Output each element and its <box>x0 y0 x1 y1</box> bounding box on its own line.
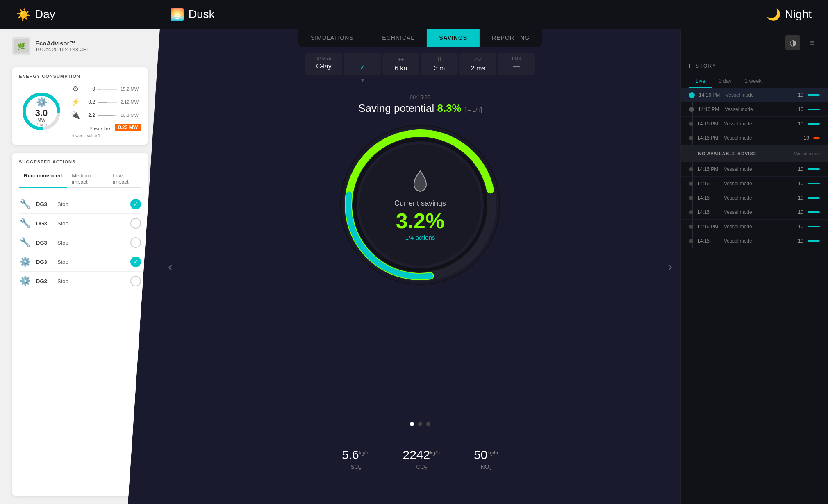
history-mode-8: Vessel mode <box>724 195 789 201</box>
action-name-3: DG3 <box>36 240 52 246</box>
night-mode[interactable]: 🌙 Night <box>767 8 812 21</box>
eco-logo: 🌿 <box>12 37 30 55</box>
nav-next[interactable]: › <box>668 259 672 274</box>
tab-reporting[interactable]: REPORTING <box>480 29 542 47</box>
day-mode[interactable]: ☀️ Day <box>16 8 55 21</box>
current-savings-label: Current savings <box>394 199 446 208</box>
history-item-1: 14:16 PM Vessel mode 10 <box>681 88 828 102</box>
svg-text:🌿: 🌿 <box>17 42 25 50</box>
history-tab-live[interactable]: Live <box>689 75 712 88</box>
nav-prev[interactable]: ‹ <box>168 259 173 274</box>
history-item-7: 14:16 Vessel mode 10 <box>681 177 828 191</box>
saving-timer: 00:15:25 <box>358 94 482 100</box>
dot-1[interactable] <box>410 422 414 426</box>
big-gauge: Current savings 3.2% 1/4 actions <box>334 119 506 291</box>
history-item-11: 14:16 Vessel mode 10 <box>681 234 828 248</box>
history-bar-2 <box>808 109 820 110</box>
action-toggle-4[interactable]: ✓ <box>130 257 141 267</box>
actions-title: SUGGESTED ACTIONS <box>19 159 141 164</box>
day-icon: ☀️ <box>16 8 31 21</box>
gauge-unit: MW <box>35 117 48 122</box>
actions-card: SUGGESTED ACTIONS Recommended Medium imp… <box>12 153 148 496</box>
status-check: ✓ ▾ <box>344 53 381 75</box>
action-toggle-2[interactable] <box>130 218 141 229</box>
history-mode-2: Vessel mode <box>725 107 789 112</box>
tab-simulations[interactable]: SIMULATIONS <box>298 29 366 47</box>
network-icon: 🔌 <box>71 111 80 120</box>
legend-val1: value 1 <box>87 134 100 138</box>
tab-technical[interactable]: TECHNICAL <box>366 29 427 47</box>
left-panel: 🌿 EcoAdvisor™ 10 Dec 20 15:41:48 CET ENE… <box>0 29 160 504</box>
chevron-down-icon: ▾ <box>361 77 364 84</box>
history-speed-7: 10 <box>793 181 803 186</box>
action-icon-1: 🔧 <box>19 199 31 209</box>
action-row-1: 🔧 DG3 Stop ✓ <box>19 195 141 214</box>
action-name-2: DG3 <box>36 220 52 227</box>
history-mode-9: Vessel mode <box>724 209 789 215</box>
history-mode-6: Vessel mode <box>724 166 789 172</box>
gauge-label: Power <box>35 122 48 127</box>
history-time-7: 14:16 <box>697 181 720 186</box>
history-mode-3: Vessel mode <box>724 121 789 127</box>
history-speed-9: 10 <box>793 209 803 215</box>
actions-text: 1/4 actions <box>394 234 446 241</box>
legend-val0: Power <box>71 134 82 138</box>
co2-label: CO2 <box>403 463 441 471</box>
power-loss-value: 0.23 MW <box>115 124 141 131</box>
history-list: 14:16 PM Vessel mode 10 14:16 PM Vessel … <box>681 88 828 504</box>
action-row-5: ⚙️ DG3 Stop <box>19 272 141 291</box>
nox-sup: kg/hr <box>487 450 498 456</box>
action-name-5: DG3 <box>36 278 52 284</box>
dp-mode-value: C-lay <box>312 63 336 70</box>
power-row-3: 🔌 2.2 10.8 MW <box>71 111 141 120</box>
gauge-value: 3.0 <box>35 108 48 117</box>
no-advise-mode: Vessel mode <box>794 151 820 156</box>
history-tab-1week[interactable]: 1 week <box>738 75 768 88</box>
history-speed-2: 10 <box>793 107 803 112</box>
tab-medium-impact[interactable]: Medium impact <box>67 170 108 188</box>
depth-value: 3 m <box>428 65 451 72</box>
history-time-3: 14:16 PM <box>697 121 720 127</box>
status-pms: PMS — <box>498 53 535 75</box>
history-speed-10: 10 <box>793 224 803 229</box>
history-item-9: 14:16 Vessel mode 10 <box>681 205 828 220</box>
dot-3[interactable] <box>426 422 430 426</box>
history-mode-11: Vessel mode <box>724 238 789 244</box>
history-dot-6 <box>689 167 693 171</box>
history-bar-10 <box>808 226 820 227</box>
no-advise-text: NO AVAILABLE ADVISE <box>698 151 790 156</box>
check-label <box>350 57 374 61</box>
history-time-1: 14:16 PM <box>699 92 721 98</box>
action-row-2: 🔧 DG3 Stop <box>19 214 141 233</box>
menu-button[interactable]: ≡ <box>805 35 820 50</box>
tab-recommended[interactable]: Recommended <box>19 170 67 188</box>
dusk-mode[interactable]: 🌅 Dusk <box>170 8 215 21</box>
contrast-button[interactable]: ◑ <box>785 35 800 50</box>
history-tab-1day[interactable]: 1 day <box>712 75 738 88</box>
action-toggle-5[interactable] <box>130 276 141 286</box>
tab-savings[interactable]: SAVINGS <box>427 29 480 47</box>
power-val-1: 0 <box>84 86 95 92</box>
history-bar-3 <box>808 123 820 125</box>
history-dot-3 <box>689 122 693 126</box>
action-toggle-3[interactable] <box>130 237 141 248</box>
history-speed-8: 10 <box>793 195 803 201</box>
tab-low-impact[interactable]: Low impact <box>108 170 141 188</box>
emission-stats: 5.6kg/hr SOx 2242kg/hr CO2 50kg/hr NOx <box>342 448 498 471</box>
history-mode-4: Vessel mode <box>724 135 795 141</box>
history-dot-7 <box>689 182 693 186</box>
action-row-4: ⚙️ DG3 Stop ✓ <box>19 252 141 272</box>
history-dot-9 <box>689 210 693 214</box>
history-bar-9 <box>808 211 820 213</box>
pagination <box>410 422 430 426</box>
history-item-6: 14:16 PM Vessel mode 10 <box>681 162 828 177</box>
status-dp-mode: DP Mode C-lay <box>305 53 342 75</box>
speed-value: 6 kn <box>389 65 413 72</box>
action-icon-2: 🔧 <box>19 218 31 229</box>
history-bar-6 <box>808 168 820 170</box>
dot-2[interactable] <box>418 422 422 426</box>
action-toggle-1[interactable]: ✓ <box>130 199 141 209</box>
history-mode-7: Vessel mode <box>724 181 789 186</box>
fan-icon: ⚙ <box>71 84 80 93</box>
eco-header: 🌿 EcoAdvisor™ 10 Dec 20 15:41:48 CET <box>12 37 148 55</box>
